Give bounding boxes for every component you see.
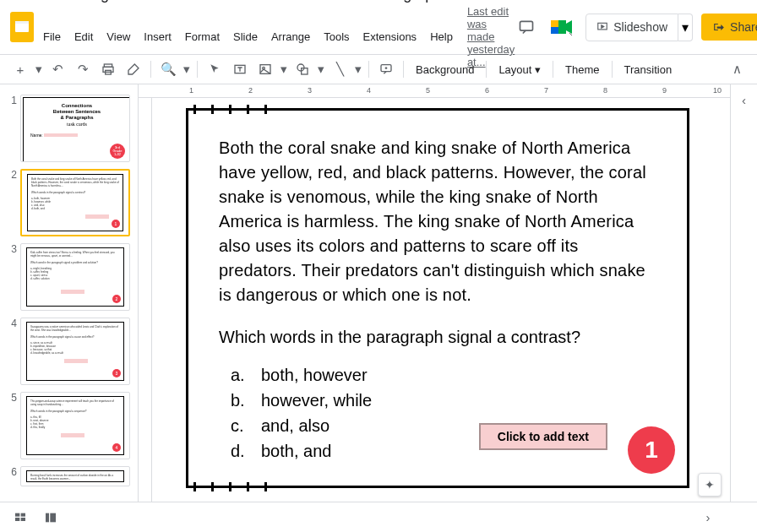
explore-button[interactable]: ✦ — [698, 473, 722, 497]
image-tool[interactable] — [253, 57, 277, 81]
header-bar: Describing Connections Between Sentences… — [0, 0, 757, 54]
header-right: Slideshow ▾ Share — [515, 12, 757, 42]
slide-thumb-3[interactable]: Kids suffer from stress too! Stress is a… — [20, 243, 130, 311]
line-tool[interactable]: ╲ — [328, 57, 351, 81]
doc-title[interactable]: Describing Connections Between Sentences… — [37, 0, 451, 3]
redo-button[interactable]: ↷ — [71, 57, 95, 81]
vertical-ruler[interactable] — [139, 98, 152, 502]
grid-view-button[interactable] — [8, 506, 32, 529]
answer-placeholder[interactable]: Click to add text — [479, 423, 607, 450]
menu-slide[interactable]: Slide — [227, 29, 264, 45]
slide-thumb-4[interactable]: Sacagawea was a native american who aide… — [20, 318, 130, 385]
share-button[interactable]: Share — [701, 14, 757, 41]
svg-rect-18 — [15, 513, 19, 516]
slide-thumb-1[interactable]: Connections Between Sentences & Paragrap… — [20, 95, 130, 162]
horizontal-ruler[interactable]: 1 2 3 4 5 6 7 8 9 10 — [139, 84, 730, 98]
comments-icon[interactable] — [515, 15, 538, 39]
main-area: 1 Connections Between Sentences & Paragr… — [0, 84, 757, 502]
theme-button[interactable]: Theme — [558, 60, 606, 79]
filmstrip-view-button[interactable] — [39, 506, 63, 529]
svg-rect-3 — [520, 21, 533, 30]
slide-canvas[interactable]: Both the coral snake and king snake of N… — [159, 105, 710, 491]
side-panel-toggle[interactable]: ‹ — [732, 88, 756, 111]
menu-format[interactable]: Format — [179, 29, 226, 45]
paragraph-text[interactable]: Both the coral snake and king snake of N… — [188, 111, 687, 307]
svg-rect-16 — [302, 68, 308, 74]
svg-rect-23 — [50, 513, 56, 522]
slide-thumb-2[interactable]: Both the coral snake and king snake of N… — [20, 169, 130, 236]
select-tool[interactable] — [203, 57, 226, 81]
shape-tool[interactable] — [291, 57, 314, 81]
thumb-num: 5 — [7, 392, 17, 404]
svg-rect-7 — [558, 20, 566, 34]
thumb-num: 6 — [7, 466, 17, 478]
thumb-num: 4 — [7, 318, 17, 329]
thumb-num: 3 — [7, 243, 17, 255]
new-slide-button[interactable]: + — [8, 57, 32, 81]
footer-bar: › — [0, 502, 757, 532]
svg-rect-5 — [551, 20, 558, 27]
menu-help[interactable]: Help — [424, 29, 459, 45]
slideshow-button[interactable]: Slideshow — [585, 14, 678, 41]
svg-rect-19 — [21, 513, 25, 516]
slideshow-dropdown[interactable]: ▾ — [678, 14, 693, 41]
grade-badge: 3rdGrade1-32 — [110, 144, 125, 159]
zoom-dropdown[interactable]: ▾ — [182, 57, 192, 81]
filmstrip[interactable]: 1 Connections Between Sentences & Paragr… — [0, 84, 139, 502]
svg-rect-21 — [21, 518, 25, 521]
menu-edit[interactable]: Edit — [68, 29, 99, 45]
menu-tools[interactable]: Tools — [318, 29, 355, 45]
meet-icon[interactable] — [547, 12, 577, 42]
print-button[interactable] — [96, 57, 120, 81]
menu-insert[interactable]: Insert — [138, 29, 177, 45]
new-slide-dropdown[interactable]: ▾ — [34, 57, 44, 81]
slide-thumb-5[interactable]: This pepper-and-soap science experiment … — [20, 392, 130, 459]
layout-button[interactable]: Layout ▾ — [492, 60, 547, 79]
task-card: Both the coral snake and king snake of N… — [186, 108, 689, 488]
svg-rect-22 — [46, 513, 49, 522]
zoom-button[interactable]: 🔍 — [156, 57, 180, 81]
right-sidebar: ‹ — [730, 84, 757, 502]
question-text[interactable]: Which words in the paragraph signal a co… — [188, 307, 687, 347]
card-number-badge: 1 — [628, 426, 675, 474]
slide-thumb-6[interactable]: Burning fossil fuels increases the amoun… — [20, 466, 130, 486]
svg-rect-2 — [15, 21, 29, 24]
menu-view[interactable]: View — [101, 29, 136, 45]
thumb-num: 2 — [7, 169, 17, 181]
toolbar-collapse-icon[interactable]: ∧ — [725, 57, 749, 81]
svg-rect-6 — [551, 27, 558, 34]
shape-dropdown[interactable]: ▾ — [316, 57, 326, 81]
slides-logo[interactable] — [10, 10, 34, 44]
transition-button[interactable]: Transition — [618, 60, 679, 79]
background-button[interactable]: Background — [409, 60, 481, 79]
image-dropdown[interactable]: ▾ — [279, 57, 289, 81]
chevron-right-icon[interactable]: › — [696, 506, 720, 529]
thumb-num: 1 — [7, 95, 17, 106]
textbox-tool[interactable] — [228, 57, 252, 81]
star-icon[interactable]: ☆ — [458, 0, 470, 3]
menu-arrange[interactable]: Arrange — [265, 29, 316, 45]
toolbar: + ▾ ↶ ↷ 🔍 ▾ ▾ ▾ ╲ ▾ Background Layout ▾ … — [0, 54, 757, 84]
menu-extensions[interactable]: Extensions — [357, 29, 423, 45]
cloud-icon[interactable] — [497, 0, 512, 1]
options-list[interactable]: a.both, however b.however, while c.and, … — [188, 347, 687, 464]
svg-rect-10 — [103, 67, 113, 72]
comment-button[interactable] — [374, 57, 398, 81]
svg-rect-20 — [15, 518, 19, 521]
paint-format-button[interactable] — [122, 57, 145, 81]
line-dropdown[interactable]: ▾ — [353, 57, 363, 81]
undo-button[interactable]: ↶ — [46, 57, 69, 81]
menu-file[interactable]: File — [37, 29, 67, 45]
move-icon[interactable] — [477, 0, 490, 2]
share-label: Share — [730, 20, 757, 34]
slideshow-label: Slideshow — [613, 20, 667, 34]
canvas-area: 1 2 3 4 5 6 7 8 9 10 Both the coral snak… — [139, 84, 730, 502]
